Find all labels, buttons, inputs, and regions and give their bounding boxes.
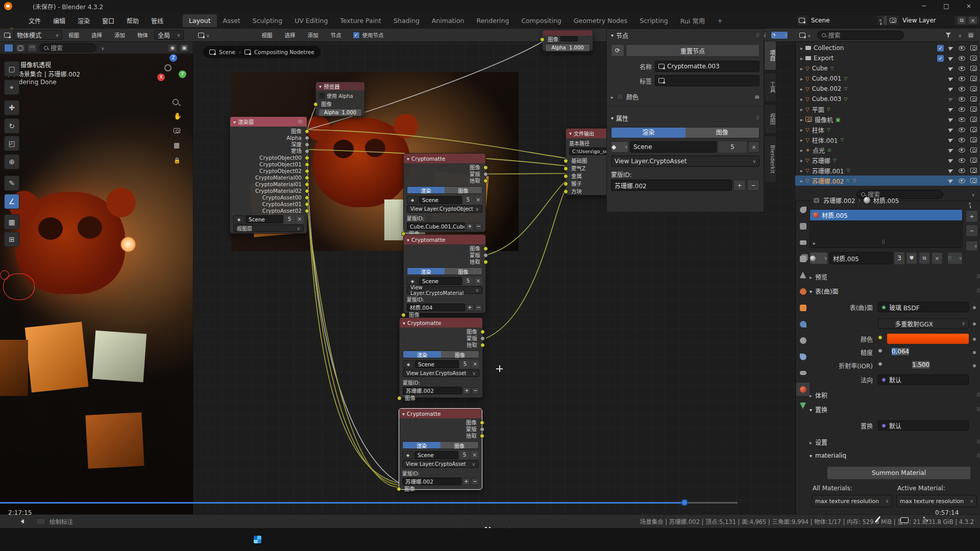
menu-render[interactable]: 渲染 <box>71 14 96 27</box>
viewport-menu-view[interactable]: 视图 <box>62 29 85 41</box>
crypto-layer-dropdown[interactable]: View Layer.CryptoAsset <box>403 369 479 377</box>
node-menu-select[interactable]: 选择 <box>279 29 302 41</box>
workspace-tab-texturepaint[interactable]: Texture Paint <box>334 14 387 27</box>
breadcrumb-object[interactable]: 苏珊娜.002 <box>823 196 855 205</box>
matte-add-button[interactable] <box>466 223 474 230</box>
section-volume[interactable]: 体积 <box>810 391 980 399</box>
display-icon[interactable] <box>36 518 45 525</box>
use-alpha-checkbox[interactable] <box>319 93 325 98</box>
props-source-tabs[interactable]: 渲染图像 <box>611 127 760 138</box>
crypto-source-tabs[interactable]: 渲染图像 <box>407 267 482 275</box>
render-icon[interactable] <box>970 45 977 51</box>
tool-add-primitive[interactable]: ▦ <box>4 214 19 230</box>
timeline-playhead[interactable] <box>681 499 688 506</box>
section-surface[interactable]: 表(曲)面 <box>810 287 980 295</box>
workspace-tab-scripting[interactable]: Scripting <box>633 14 674 27</box>
workspace-tab-sculpting[interactable]: Sculpting <box>247 14 288 27</box>
slot-specials-menu[interactable] <box>966 241 978 251</box>
viewport-menu-select[interactable]: 选择 <box>85 29 108 41</box>
tab-world[interactable] <box>796 285 810 298</box>
matte-add-button[interactable] <box>463 387 471 394</box>
texture-icon[interactable]: ◯ <box>16 44 25 52</box>
crypto-source-tabs[interactable]: 渲染图像 <box>402 441 479 449</box>
matte-add-button[interactable] <box>466 304 474 311</box>
editor-type-icon[interactable] <box>4 33 10 38</box>
unlink-material-icon[interactable] <box>932 252 943 264</box>
brush-icon[interactable] <box>4 44 13 52</box>
orientation-dropdown[interactable]: 全局 <box>154 30 184 40</box>
preview-alpha-value[interactable]: 1.000 <box>342 110 357 115</box>
panel-node-title[interactable]: 节点 <box>616 31 628 40</box>
viewlayer-selector[interactable]: View Layer ⧉ <box>887 15 980 26</box>
visibility-icon[interactable] <box>959 46 965 51</box>
outliner-row-cylinder[interactable]: ▽柱体▽ <box>795 124 980 135</box>
outliner-search[interactable]: 搜索 <box>817 31 904 40</box>
menu-file[interactable]: 文件 <box>22 14 47 27</box>
selectable-icon[interactable] <box>948 45 954 51</box>
props-matte-remove[interactable] <box>747 180 760 191</box>
falloff-icon[interactable]: ◠ <box>28 44 37 52</box>
workspace-tab-add[interactable]: + <box>711 14 728 27</box>
tab-data[interactable] <box>796 399 810 412</box>
gizmo-x-axis[interactable]: X <box>157 73 165 81</box>
roughness-slider[interactable]: 0.064 <box>891 347 910 356</box>
props-matte-field[interactable]: 苏珊娜.002 <box>611 180 732 191</box>
crypto-scene[interactable]: ◆Scene5 <box>402 451 479 459</box>
color-swatch[interactable] <box>887 334 969 344</box>
max-res-dropdown-1[interactable]: max texture resolution <box>812 495 892 507</box>
tab-constraints[interactable] <box>796 366 810 380</box>
outliner-row-light[interactable]: ☀点光⊙ <box>795 145 980 155</box>
node-label-field[interactable] <box>655 75 760 86</box>
presets-icon[interactable] <box>754 93 760 101</box>
node-menu-view[interactable]: 视图 <box>256 29 279 41</box>
tab-viewlayer[interactable] <box>796 252 810 265</box>
properties-pin-icon[interactable] <box>969 203 971 205</box>
slot-name[interactable]: 材质.005 <box>822 211 848 219</box>
viewlayer-unlink-icon[interactable] <box>968 16 977 24</box>
outliner-row-camera[interactable]: 摄像机▣ <box>795 114 980 124</box>
matte-add-button[interactable] <box>462 478 470 485</box>
section-materialiq[interactable]: materialiq <box>810 452 980 459</box>
ortho-grid-icon[interactable]: ▦ <box>174 141 182 149</box>
matte-remove-button[interactable] <box>475 223 482 230</box>
node-menu-add[interactable]: 添加 <box>302 29 325 41</box>
crypto-scene[interactable]: ◆Scene5 <box>407 196 482 204</box>
matte-remove-button[interactable] <box>472 387 479 394</box>
slot-add-button[interactable] <box>966 210 978 222</box>
alpha-value[interactable]: 1.000 <box>569 45 584 51</box>
tool-extra[interactable]: ⊞ <box>4 232 19 247</box>
start-button[interactable] <box>254 536 261 543</box>
matte-id-field[interactable]: Cube,Cube.001,Cube.002 <box>407 222 465 230</box>
surface-shader-field[interactable]: 玻璃 BSDF <box>878 302 969 312</box>
slot-list-expand[interactable] <box>813 239 816 246</box>
render-view[interactable] <box>0 54 193 514</box>
scene-unlink-icon[interactable] <box>748 141 760 153</box>
collection-checkbox[interactable] <box>937 45 944 52</box>
cryptomatte-node-4-selected[interactable]: Cryptomatte 图像 蒙版 拾取 渲染图像 ◆Scene5 View L… <box>399 408 482 490</box>
link-browse-icon[interactable]: ▽ <box>947 252 963 264</box>
section-preview[interactable]: 预览 <box>810 272 980 281</box>
section-settings[interactable]: 设置 <box>810 438 980 446</box>
tab-tool[interactable] <box>796 203 810 216</box>
tab-object[interactable] <box>796 301 810 314</box>
render-icon[interactable] <box>970 56 977 61</box>
menu-pipeline[interactable]: 管线 <box>145 14 169 27</box>
tool-select-box[interactable]: ▢ <box>4 61 19 77</box>
rl-viewlayer-dropdown[interactable]: 视图层 <box>233 224 304 232</box>
material-datablock[interactable]: 材质.005 3 ⛊ ⧉ ▽ <box>810 252 963 264</box>
color-section-label[interactable]: 颜色 <box>626 92 639 101</box>
use-nodes-checkbox[interactable] <box>353 32 360 39</box>
workspace-tab-asset[interactable]: Asset <box>217 14 247 27</box>
cryptomatte-node-3[interactable]: Cryptomatte 图像 蒙版 拾取 渲染图像 ◆Scene5 View L… <box>399 317 483 398</box>
menu-window[interactable]: 窗口 <box>96 14 120 27</box>
sidebar-tab-view[interactable]: 视图 <box>764 104 776 134</box>
panel-props-title[interactable]: 属性 <box>616 114 628 122</box>
collection-checkbox[interactable] <box>937 55 944 62</box>
rl-scene-selector[interactable]: ◆Scene5 <box>233 215 304 223</box>
tool-scale[interactable]: ◰ <box>4 136 19 151</box>
cryptomatte-node-1[interactable]: Cryptomatte 图像 蒙版 拾取 渲染图像 ◆Scene5 View L… <box>403 153 486 232</box>
pin-icon[interactable] <box>879 19 881 21</box>
reset-node-button[interactable]: 重置节点 <box>626 44 760 57</box>
viewlayer-name[interactable]: View Layer <box>898 16 955 25</box>
mode-dropdown[interactable]: 物体模式 <box>13 30 62 40</box>
